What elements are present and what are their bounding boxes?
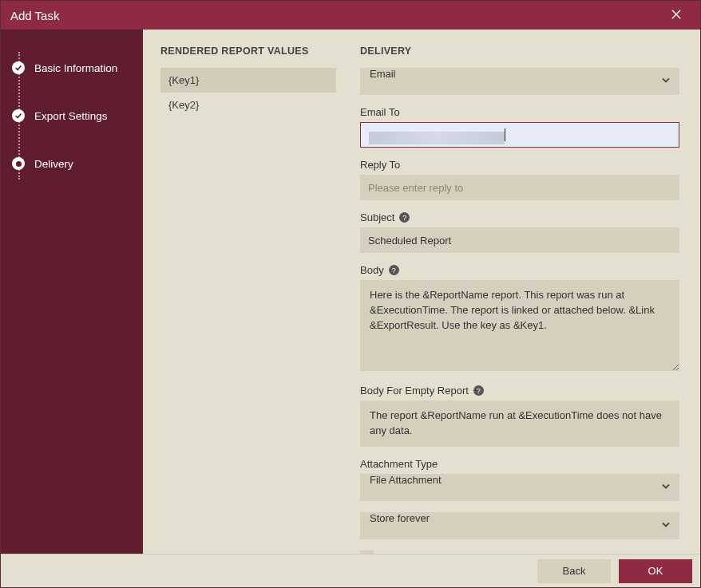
help-icon[interactable]: ? [473,385,484,396]
body-label: Body ? [360,264,679,276]
subject-field[interactable] [360,227,679,253]
text-caret [505,128,505,141]
reply-to-label: Reply To [360,159,679,171]
retention-select[interactable]: Store forever [360,512,679,539]
delivery-column: DELIVERY Email Email To Reply To [360,45,679,546]
ok-button[interactable]: OK [619,559,692,583]
body-field[interactable] [360,280,679,371]
rendered-value-item[interactable]: {Key2} [160,93,336,117]
attachment-type-select-wrap: File Attachment [360,474,679,501]
rendered-values-list: {Key1} {Key2} [160,68,336,117]
redacted-content [369,132,505,144]
body-empty-field[interactable]: The report &ReportName run at &Execution… [360,401,679,447]
subject-label: Subject ? [360,211,679,223]
step-basic-information[interactable]: Basic Information [1,44,143,92]
delivery-method-value: Email [370,68,396,80]
wizard-sidebar: Basic Information Export Settings Delive… [1,30,143,554]
dialog-body: Basic Information Export Settings Delive… [1,30,700,554]
help-icon[interactable]: ? [389,265,399,275]
step-delivery[interactable]: Delivery [1,140,143,187]
wizard-steps: Basic Information Export Settings Delive… [1,44,143,187]
step-label: Export Settings [34,110,108,122]
help-icon[interactable]: ? [399,212,410,223]
attachment-type-value: File Attachment [370,474,442,486]
retention-value: Store forever [370,512,430,524]
rendered-values-column: RENDERED REPORT VALUES {Key1} {Key2} [160,45,336,546]
close-button[interactable] [662,1,691,30]
step-export-settings[interactable]: Export Settings [1,92,143,140]
window-title: Add Task [10,9,662,22]
back-button[interactable]: Back [537,559,611,583]
retention-select-wrap: Store forever [360,512,679,539]
delivery-method-select[interactable]: Email [360,68,679,95]
content-area: RENDERED REPORT VALUES {Key1} {Key2} DEL… [143,30,700,554]
attachment-type-label: Attachment Type [360,458,679,470]
email-to-field[interactable] [360,122,679,148]
dialog-footer: Back OK [1,554,700,587]
check-icon [12,109,25,122]
delivery-header: DELIVERY [360,45,679,57]
add-task-dialog: Add Task Basic Information Expo [0,0,701,588]
body-empty-label: Body For Empty Report ? [360,385,679,397]
current-step-icon [12,157,25,170]
step-label: Delivery [34,158,73,170]
delivery-method-select-wrap: Email [360,68,679,95]
attachment-type-select[interactable]: File Attachment [360,474,679,501]
check-icon [12,61,25,74]
close-icon [671,8,681,22]
reply-to-field[interactable] [360,175,679,200]
email-to-label: Email To [360,106,679,118]
titlebar: Add Task [1,1,700,30]
step-label: Basic Information [34,62,117,74]
rendered-values-header: RENDERED REPORT VALUES [160,45,336,57]
rendered-value-item[interactable]: {Key1} [160,68,336,93]
